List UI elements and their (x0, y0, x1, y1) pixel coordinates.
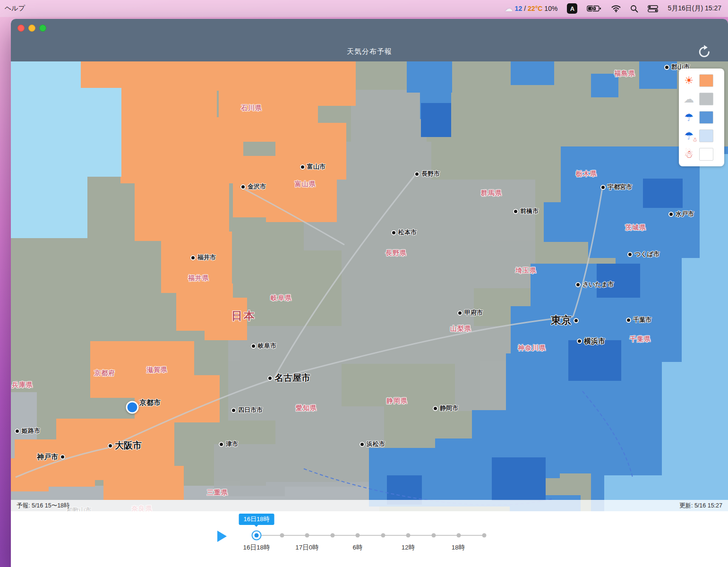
timeline-dot[interactable] (457, 533, 461, 538)
spotlight-button[interactable] (630, 5, 638, 13)
map-label: 兵庫県 (12, 381, 33, 389)
city-dot (300, 164, 305, 170)
map-label: 愛知県 (296, 404, 317, 412)
weather-legend: ☀☁☂☂☃☃ (679, 69, 724, 166)
map-label: 姫路市 (15, 427, 40, 435)
control-center-icon (648, 5, 658, 12)
city-dot (433, 406, 438, 411)
sleet-icon: ☂☃ (683, 131, 695, 141)
city-dot (15, 429, 20, 434)
legend-swatch-sunny (699, 74, 713, 87)
timeline-dot[interactable] (305, 533, 309, 538)
map-label: 宇都宮市 (600, 183, 632, 191)
map-label: 石川県 (241, 104, 262, 112)
map-label: 長野市 (414, 170, 440, 178)
timeline-dot[interactable] (482, 533, 487, 538)
map-label: 福井市 (190, 253, 216, 262)
humidity-value: 10% (544, 5, 557, 12)
menu-help[interactable]: ヘルプ (5, 4, 25, 13)
map-label: 福井県 (188, 274, 209, 283)
rain-icon: ☂ (683, 112, 695, 123)
temp-low: 12 (515, 5, 522, 12)
city-dot (627, 252, 633, 257)
weather-map[interactable]: 郡山市福島県石川県富山市長野市金沢市富山県栃木県宇都宮市群馬県前橋市水戸市茨城県… (11, 61, 728, 511)
close-button[interactable] (17, 25, 25, 32)
map-label: 長野県 (385, 249, 407, 258)
battery-indicator[interactable] (587, 5, 602, 12)
map-label: 茨城県 (625, 223, 646, 232)
legend-swatch-sleet (699, 129, 713, 142)
city-dot (600, 185, 606, 190)
legend-row-rain: ☂ (683, 108, 720, 127)
city-dot (668, 212, 674, 217)
legend-row-sleet: ☂☃ (683, 127, 720, 145)
timeline-dot[interactable] (432, 533, 436, 538)
timeline-dot[interactable] (280, 533, 284, 538)
timeline-dot[interactable] (406, 533, 411, 538)
app-window: 天気分布予報 (11, 19, 728, 567)
city-dot (577, 339, 582, 344)
map-label: 福島県 (614, 69, 635, 78)
map-label: 岐阜市 (251, 342, 276, 350)
legend-row-cloudy: ☁ (683, 90, 720, 108)
slider-thumb[interactable] (252, 531, 262, 541)
city-dot (664, 65, 669, 70)
timeline-dot[interactable] (356, 533, 360, 538)
city-dot (240, 184, 246, 189)
weather-widget[interactable]: ☁ 12/22°C 10% (505, 4, 558, 14)
menu-clock[interactable]: 5月16日(月) 15:27 (668, 4, 721, 13)
city-dot (190, 255, 196, 260)
tick-label: 17日0時 (295, 543, 319, 552)
legend-swatch-rain (699, 111, 713, 124)
wifi-icon (611, 5, 621, 12)
city-dot (513, 209, 518, 214)
map-label: 群馬県 (481, 189, 502, 198)
map-label: 名古屋市 (267, 372, 310, 384)
refresh-button[interactable] (697, 44, 712, 60)
control-center-button[interactable] (648, 5, 658, 12)
map-label: 横浜市 (577, 337, 605, 346)
map-label: 滋賀県 (146, 366, 168, 374)
location-marker[interactable] (126, 401, 139, 414)
minimize-button[interactable] (28, 25, 35, 32)
sleet-mini-icon: ☃ (692, 137, 697, 143)
zoom-button[interactable] (39, 25, 46, 32)
map-label: 神戸市 (37, 453, 65, 462)
map-label: さいたま市 (575, 280, 614, 289)
city-dot (457, 310, 462, 316)
map-label: 甲府市 (457, 309, 483, 317)
city-dot (60, 455, 65, 460)
city-dot (108, 443, 113, 448)
map-label: 金沢市 (240, 182, 266, 191)
menu-bar: ヘルプ ☁ 12/22°C 10% A (0, 0, 728, 17)
map-label: 京都市 (139, 398, 161, 407)
map-label: 富山県 (295, 180, 316, 189)
city-dot (626, 318, 631, 323)
sunny-icon: ☀ (683, 76, 695, 86)
map-label: 京都府 (94, 369, 115, 378)
map-label: 日本 (231, 309, 256, 323)
map-label: 水戸市 (668, 210, 694, 218)
map-labels: 郡山市福島県石川県富山市長野市金沢市富山県栃木県宇都宮市群馬県前橋市水戸市茨城県… (11, 61, 728, 511)
input-source-indicator[interactable]: A (567, 3, 577, 14)
time-tooltip: 16日18時 (239, 514, 274, 525)
map-label: 津市 (219, 440, 238, 448)
traffic-lights (17, 25, 46, 32)
timeline-dot[interactable] (331, 533, 335, 538)
play-button[interactable] (217, 530, 227, 542)
city-dot (231, 408, 236, 413)
wifi-indicator[interactable] (611, 5, 621, 12)
refresh-icon (697, 44, 712, 60)
map-label: 三重県 (207, 489, 228, 497)
cloudy-icon: ☁ (683, 94, 695, 104)
search-icon (630, 5, 638, 13)
play-icon (217, 530, 227, 542)
map-label: 四日市市 (231, 406, 263, 414)
timeline-track[interactable] (257, 535, 484, 536)
map-label: 埼玉県 (515, 266, 537, 275)
timeline-dot[interactable] (381, 533, 385, 538)
city-dot (414, 172, 420, 177)
snow-icon: ☃ (683, 149, 695, 160)
city-dot (251, 344, 256, 349)
map-label: 千葉市 (626, 316, 651, 324)
